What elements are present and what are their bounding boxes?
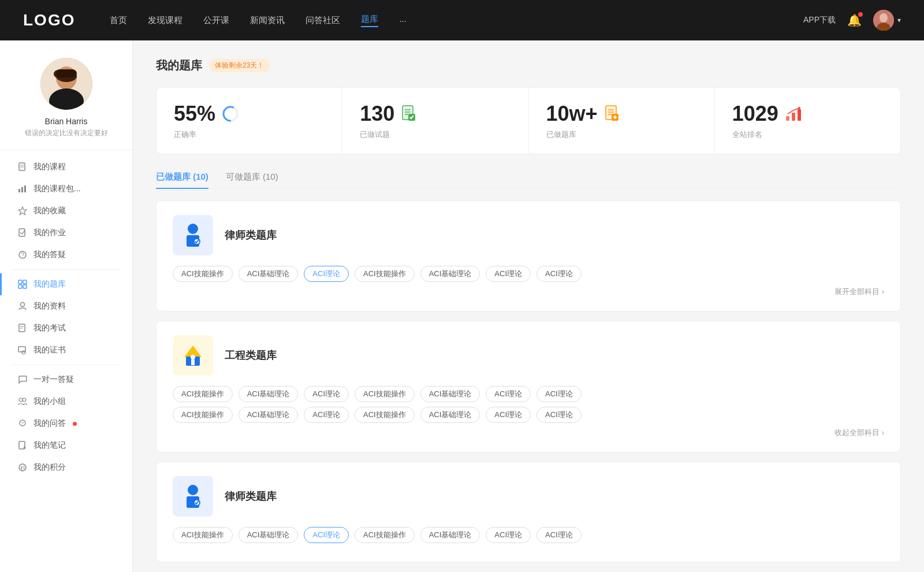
stat-accuracy-value: 55% xyxy=(174,102,215,126)
tag-1r-0[interactable]: ACI技能操作 xyxy=(173,407,233,423)
qbank-tags-lawyer-2: ACI技能操作 ACI基础理论 ACI理论 ACI技能操作 ACI基础理论 AC… xyxy=(173,527,884,543)
sidebar-item-my-favorites[interactable]: 我的收藏 xyxy=(0,200,132,222)
cert-icon xyxy=(17,345,28,355)
stat-ranking-top: 1029 xyxy=(732,102,883,126)
sidebar-item-my-questions[interactable]: ? 我的答疑 xyxy=(0,244,132,266)
tag-0-6[interactable]: ACI理论 xyxy=(536,266,582,282)
page-title: 我的题库 xyxy=(156,58,202,73)
stat-accuracy-top: 55% xyxy=(174,102,325,126)
nav-qa[interactable]: 问答社区 xyxy=(305,15,340,26)
notification-dot xyxy=(858,12,863,17)
tag-0-1[interactable]: ACI基础理论 xyxy=(239,266,299,282)
tag-1-6[interactable]: ACI理论 xyxy=(536,386,582,402)
nav-home[interactable]: 首页 xyxy=(110,15,127,26)
svg-text:?: ? xyxy=(21,252,24,258)
sidebar-item-my-points[interactable]: 积 我的积分 xyxy=(0,456,132,478)
sidebar-item-my-exam[interactable]: 我的考试 xyxy=(0,317,132,339)
user-avatar-menu[interactable]: ▾ xyxy=(873,10,901,31)
sidebar-label-my-favorites: 我的收藏 xyxy=(33,206,66,216)
svg-marker-15 xyxy=(18,207,27,215)
sidebar-item-my-courses[interactable]: 我的课程 xyxy=(0,156,132,178)
tab-done-banks[interactable]: 已做题库 (10) xyxy=(156,172,208,188)
sidebar-item-my-homework[interactable]: 我的作业 xyxy=(0,222,132,244)
sidebar-item-my-profile[interactable]: 我的资料 xyxy=(0,295,132,317)
stat-done-questions: 130 已做试题 xyxy=(342,88,528,154)
stat-done-questions-label: 已做试题 xyxy=(360,129,511,140)
sidebar-profile: Brian Harris 错误的决定比没有决定要好 xyxy=(0,58,132,150)
qbank-card-lawyer-2: 律师类题库 ACI技能操作 ACI基础理论 ACI理论 ACI技能操作 ACI基… xyxy=(156,462,901,562)
tag-0-0[interactable]: ACI技能操作 xyxy=(173,266,233,282)
sidebar-item-my-packages[interactable]: 我的课程包... xyxy=(0,178,132,200)
tag-2-4[interactable]: ACI基础理论 xyxy=(420,527,480,543)
svg-rect-16 xyxy=(19,229,25,236)
trial-badge: 体验剩余23天！ xyxy=(209,59,270,72)
tag-1-5[interactable]: ACI理论 xyxy=(486,386,531,402)
app-download-link[interactable]: APP下载 xyxy=(803,15,836,25)
tag-1r-2[interactable]: ACI理论 xyxy=(304,407,349,423)
stat-done-questions-top: 130 xyxy=(360,102,511,126)
chat-icon xyxy=(17,374,28,385)
svg-rect-19 xyxy=(18,280,22,284)
sidebar-item-my-answers[interactable]: ? 我的问答 xyxy=(0,413,132,434)
nav-discover[interactable]: 发现课程 xyxy=(148,15,182,26)
tag-1r-4[interactable]: ACI基础理论 xyxy=(420,407,480,423)
svg-point-53 xyxy=(798,107,800,109)
tag-2-1[interactable]: ACI基础理论 xyxy=(239,527,299,543)
nav-open-course[interactable]: 公开课 xyxy=(203,15,229,26)
tag-2-5[interactable]: ACI理论 xyxy=(486,527,531,543)
sidebar-label-my-exam: 我的考试 xyxy=(33,323,66,333)
sidebar-label-my-qbank: 我的题库 xyxy=(33,279,66,289)
tag-0-3[interactable]: ACI技能操作 xyxy=(355,266,415,282)
svg-rect-59 xyxy=(191,359,195,365)
svg-rect-21 xyxy=(18,285,22,288)
sidebar-item-my-group[interactable]: 我的小组 xyxy=(0,391,132,413)
nav-more[interactable]: ··· xyxy=(399,16,407,25)
sidebar-item-one-on-one[interactable]: 一对一答疑 xyxy=(0,369,132,391)
grid-icon xyxy=(17,279,28,289)
svg-point-60 xyxy=(188,485,198,495)
expand-btn-lawyer-1[interactable]: 展开全部科目 › xyxy=(173,287,884,297)
nav-news[interactable]: 新闻资讯 xyxy=(250,15,285,26)
tag-1-2[interactable]: ACI理论 xyxy=(304,386,349,402)
tag-2-0[interactable]: ACI技能操作 xyxy=(173,527,233,543)
stat-ranking: 1029 全站排名 xyxy=(715,88,900,154)
tag-1-0[interactable]: ACI技能操作 xyxy=(173,386,233,402)
tag-1-1[interactable]: ACI基础理论 xyxy=(239,386,299,402)
page-header: 我的题库 体验剩余23天！ xyxy=(156,58,901,73)
lawyer-icon-1 xyxy=(173,215,213,255)
tag-0-2[interactable]: ACI理论 xyxy=(304,266,349,282)
tag-0-5[interactable]: ACI理论 xyxy=(486,266,531,282)
tag-1r-6[interactable]: ACI理论 xyxy=(536,407,582,423)
sidebar-label-my-packages: 我的课程包... xyxy=(33,184,81,194)
sidebar-item-my-notes[interactable]: 我的笔记 xyxy=(0,434,132,456)
nav-qbank[interactable]: 题库 xyxy=(361,14,378,27)
tag-1-4[interactable]: ACI基础理论 xyxy=(420,386,480,402)
qbank-header-lawyer-1: 律师类题库 xyxy=(173,215,884,255)
stat-ranking-value: 1029 xyxy=(732,102,778,126)
sidebar-item-my-cert[interactable]: 我的证书 xyxy=(0,339,132,361)
qbank-tags-lawyer-1: ACI技能操作 ACI基础理论 ACI理论 ACI技能操作 ACI基础理论 AC… xyxy=(173,266,884,282)
qbank-name-engineer: 工程类题库 xyxy=(225,348,277,362)
tag-1r-1[interactable]: ACI基础理论 xyxy=(239,407,299,423)
profile-name: Brian Harris xyxy=(45,117,88,126)
stat-ranking-label: 全站排名 xyxy=(732,129,883,140)
qbank-tags-engineer-1: ACI技能操作 ACI基础理论 ACI理论 ACI技能操作 ACI基础理论 AC… xyxy=(173,386,884,402)
tabs-row: 已做题库 (10) 可做题库 (10) xyxy=(156,172,901,189)
notification-bell[interactable]: 🔔 xyxy=(847,13,862,27)
tag-2-3[interactable]: ACI技能操作 xyxy=(355,527,415,543)
tag-2-6[interactable]: ACI理论 xyxy=(536,527,582,543)
stat-done-banks: 10w+ 已做题库 xyxy=(529,88,715,154)
tab-available-banks[interactable]: 可做题库 (10) xyxy=(226,172,278,188)
tag-0-4[interactable]: ACI基础理论 xyxy=(420,266,480,282)
tag-1r-5[interactable]: ACI理论 xyxy=(486,407,531,423)
sidebar-label-my-points: 我的积分 xyxy=(33,462,66,473)
tag-2-2[interactable]: ACI理论 xyxy=(304,527,349,543)
sidebar-menu: 我的课程 我的课程包... 我的收藏 我的作业 xyxy=(0,150,132,484)
sidebar: Brian Harris 错误的决定比没有决定要好 我的课程 我的课程包... xyxy=(0,40,133,572)
tag-1r-3[interactable]: ACI技能操作 xyxy=(355,407,415,423)
sidebar-label-my-notes: 我的笔记 xyxy=(33,440,66,451)
sidebar-divider-2 xyxy=(12,365,121,365)
sidebar-item-my-qbank[interactable]: 我的题库 xyxy=(0,273,132,295)
expand-btn-engineer[interactable]: 收起全部科目 › xyxy=(173,428,884,438)
tag-1-3[interactable]: ACI技能操作 xyxy=(355,386,415,402)
